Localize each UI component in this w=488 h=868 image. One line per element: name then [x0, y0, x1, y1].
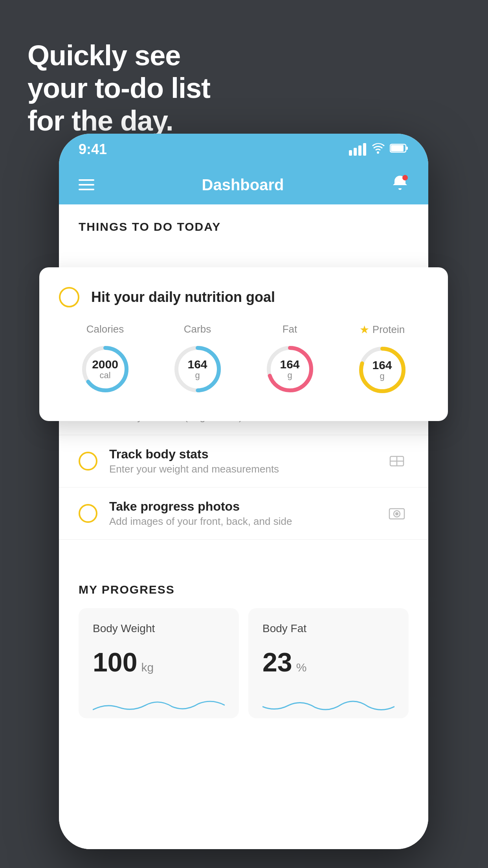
body-weight-value-row: 100 kg	[93, 647, 225, 677]
protein-value: 164	[372, 359, 392, 371]
item-title-stats: Track body stats	[109, 447, 373, 462]
battery-icon	[390, 143, 409, 156]
list-item[interactable]: Take progress photos Add images of your …	[59, 487, 428, 540]
nutrition-label-protein: ★ Protein	[360, 323, 405, 336]
body-fat-unit: %	[296, 661, 307, 674]
hamburger-menu[interactable]	[79, 179, 94, 190]
item-subtitle-stats: Enter your weight and measurements	[109, 463, 373, 475]
protein-unit: g	[372, 371, 392, 381]
calorie-center: 2000 cal	[92, 358, 118, 380]
status-bar: 9:41	[59, 134, 428, 165]
carbs-unit: g	[187, 371, 207, 380]
nutrition-label-calories: Calories	[86, 323, 124, 335]
fat-unit: g	[280, 371, 299, 380]
signal-icon	[349, 143, 366, 156]
item-circle-stats	[79, 452, 97, 471]
protein-center: 164 g	[372, 359, 392, 381]
item-icon-stats	[385, 449, 409, 473]
body-fat-value: 23	[262, 647, 292, 677]
status-time: 9:41	[79, 141, 107, 158]
item-circle-photos	[79, 504, 97, 523]
nutrition-circle-protein: 164 g	[355, 342, 410, 397]
headline-line1: Quickly see	[28, 39, 210, 72]
item-title-photos: Take progress photos	[109, 499, 373, 514]
svg-rect-1	[391, 145, 404, 151]
body-fat-card[interactable]: Body Fat 23 %	[248, 608, 409, 718]
item-icon-photos	[385, 502, 409, 525]
floating-nutrition-card: Hit your daily nutrition goal Calories 2…	[39, 267, 448, 421]
progress-cards: Body Weight 100 kg Body Fat 23 %	[79, 608, 409, 718]
things-to-do-header: THINGS TO DO TODAY	[59, 204, 428, 241]
headline-line3: for the day.	[28, 105, 210, 137]
calorie-unit: cal	[92, 371, 118, 380]
body-weight-card[interactable]: Body Weight 100 kg	[79, 608, 239, 718]
calorie-value: 2000	[92, 358, 118, 371]
body-fat-title: Body Fat	[262, 622, 394, 635]
nutrition-circle-fat: 164 g	[262, 342, 317, 397]
nav-bar: Dashboard	[59, 165, 428, 204]
fat-center: 164 g	[280, 358, 299, 380]
protein-star-icon: ★	[360, 323, 369, 336]
body-fat-value-row: 23 %	[262, 647, 394, 677]
notification-bell[interactable]	[391, 174, 409, 195]
nutrition-grid: Calories 2000 cal Carbs	[59, 323, 428, 397]
card-check-circle[interactable]	[59, 287, 79, 307]
wifi-icon	[371, 143, 385, 156]
card-title: Hit your daily nutrition goal	[91, 289, 275, 305]
body-weight-unit: kg	[141, 661, 154, 674]
svg-point-9	[395, 512, 398, 515]
nutrition-item-calories: Calories 2000 cal	[78, 323, 133, 397]
carbs-value: 164	[187, 358, 207, 371]
phone-mockup: 9:41	[59, 134, 428, 849]
nutrition-item-carbs: Carbs 164 g	[170, 323, 225, 397]
list-item[interactable]: Track body stats Enter your weight and m…	[59, 435, 428, 487]
fat-value: 164	[280, 358, 299, 371]
carbs-center: 164 g	[187, 358, 207, 380]
status-icons	[349, 143, 409, 156]
item-text-stats: Track body stats Enter your weight and m…	[109, 447, 373, 475]
body-weight-chart	[93, 689, 225, 717]
item-subtitle-photos: Add images of your front, back, and side	[109, 515, 373, 528]
svg-rect-2	[406, 147, 408, 150]
body-weight-title: Body Weight	[93, 622, 225, 635]
body-fat-chart	[262, 689, 394, 717]
nutrition-circle-carbs: 164 g	[170, 342, 225, 397]
nutrition-item-protein: ★ Protein 164 g	[355, 323, 410, 397]
progress-header: MY PROGRESS	[79, 583, 409, 596]
item-text-photos: Take progress photos Add images of your …	[109, 499, 373, 528]
nav-title: Dashboard	[202, 176, 284, 194]
body-weight-value: 100	[93, 647, 137, 677]
progress-section: MY PROGRESS Body Weight 100 kg Body Fat …	[59, 563, 428, 734]
nutrition-circle-calories: 2000 cal	[78, 342, 133, 397]
nutrition-label-fat: Fat	[283, 323, 297, 335]
nutrition-label-carbs: Carbs	[184, 323, 211, 335]
nutrition-item-fat: Fat 164 g	[262, 323, 317, 397]
headline-line2: your to-do list	[28, 72, 210, 105]
headline: Quickly see your to-do list for the day.	[28, 39, 210, 137]
card-title-row: Hit your daily nutrition goal	[59, 287, 428, 307]
notification-dot	[402, 175, 408, 180]
